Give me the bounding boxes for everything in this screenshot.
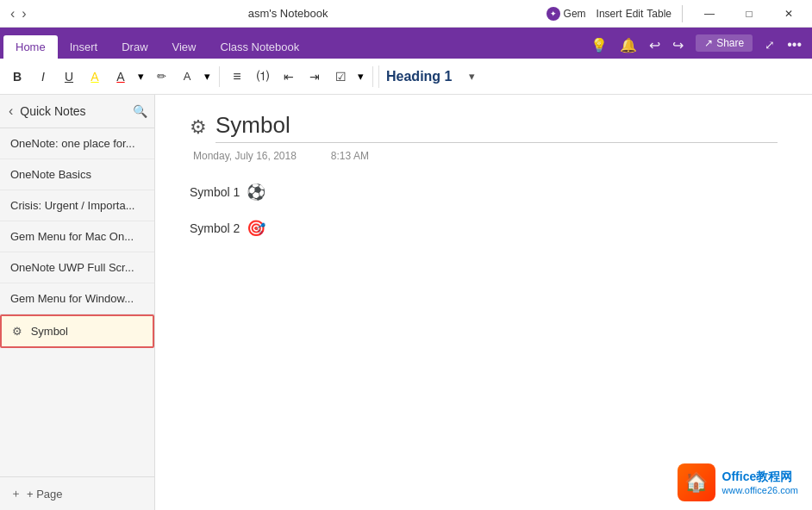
add-page-icon: ＋ <box>10 486 22 501</box>
tab-draw[interactable]: Draw <box>109 35 159 59</box>
page-time: 8:13 AM <box>331 150 369 162</box>
menu-insert[interactable]: Insert <box>597 8 622 20</box>
tab-view[interactable]: View <box>160 35 209 59</box>
app-title: asm's Notebook <box>37 7 540 20</box>
sidebar-item-symbol[interactable]: ⚙ Symbol <box>0 314 154 348</box>
gem-label[interactable]: Gem <box>564 8 586 20</box>
sidebar-item-gem-menu-mac[interactable]: Gem Menu for Mac On... <box>0 221 154 252</box>
undo-icon[interactable]: ↩ <box>649 37 660 53</box>
page-meta: Monday, July 16, 2018 8:13 AM <box>190 150 778 162</box>
decrease-indent-button[interactable]: ⇤ <box>277 65 301 89</box>
page-settings-icon: ⚙ <box>190 116 207 139</box>
format-toolbar: B I U A A ▾ ✏ A ▾ ≡ ⑴ ⇤ ⇥ ☑ ▾ Heading 1 … <box>0 59 812 95</box>
content-area: ⚙ Symbol Monday, July 16, 2018 8:13 AM S… <box>155 95 812 510</box>
more-icon[interactable]: ••• <box>787 37 802 53</box>
page-title-row: ⚙ Symbol <box>190 112 778 143</box>
page-date: Monday, July 16, 2018 <box>193 150 297 162</box>
eraser-button[interactable]: ✏ <box>149 65 173 89</box>
sidebar-back-button[interactable]: ‹ <box>7 102 15 121</box>
tab-home[interactable]: Home <box>3 35 58 59</box>
bullet-list-button[interactable]: ≡ <box>225 65 249 89</box>
heading-selector[interactable]: Heading 1 ▾ <box>378 65 482 88</box>
list-dropdown-arrow: ▾ <box>358 70 364 83</box>
page-title: Symbol <box>215 112 778 143</box>
watermark-url: www.office26.com <box>722 485 798 495</box>
separator-2 <box>372 66 373 87</box>
style-dropdown[interactable]: ▾ <box>201 68 214 84</box>
watermark-logo: 🏠 <box>678 463 715 501</box>
text-color-button[interactable]: A <box>109 65 133 89</box>
tab-insert[interactable]: Insert <box>58 35 110 59</box>
share-icon: ↗ <box>704 37 713 49</box>
checkbox-button[interactable]: ☑ <box>328 65 353 89</box>
expand-icon[interactable]: ⤢ <box>765 38 775 52</box>
content-line-symbol1: Symbol 1 ⚽ <box>190 183 778 202</box>
symbol1-label: Symbol 1 <box>190 185 240 199</box>
settings-icon: ⚙ <box>12 325 22 338</box>
redo-icon[interactable]: ↪ <box>672 37 684 53</box>
sidebar-header: ‹ Quick Notes 🔍 <box>0 95 154 128</box>
back-button[interactable]: ‹ <box>10 6 15 22</box>
bell-icon[interactable]: 🔔 <box>620 37 637 53</box>
menu-edit[interactable]: Edit <box>626 8 644 20</box>
numbered-list-button[interactable]: ⑴ <box>251 65 275 89</box>
share-button[interactable]: ↗ Share <box>696 34 753 52</box>
watermark-site: Office教程网 <box>722 470 798 485</box>
increase-indent-button[interactable]: ⇥ <box>303 65 327 89</box>
sidebar-title: Quick Notes <box>20 104 128 118</box>
ribbon-icon-group: 💡 🔔 ↩ ↪ ↗ Share ⤢ ••• <box>584 34 809 59</box>
nav-controls: ‹ › <box>0 6 37 22</box>
text-style-button[interactable]: A <box>175 65 199 89</box>
close-button[interactable]: ✕ <box>769 0 809 28</box>
dropdown-arrow: ▾ <box>138 70 144 83</box>
gem-menu-area: ✦ Gem Insert Edit Table <box>540 7 678 21</box>
color-dropdown[interactable]: ▾ <box>134 68 147 84</box>
main-layout: ‹ Quick Notes 🔍 OneNote: one place for..… <box>0 95 812 510</box>
share-label: Share <box>716 37 744 49</box>
sidebar-item-crisis-urgent[interactable]: Crisis: Urgent / Importa... <box>0 190 154 221</box>
ribbon-tabs: Home Insert Draw View Class Notebook 💡 🔔… <box>0 28 812 59</box>
gem-icon: ✦ <box>547 7 560 21</box>
sidebar: ‹ Quick Notes 🔍 OneNote: one place for..… <box>0 95 155 510</box>
menu-table[interactable]: Table <box>646 8 671 20</box>
watermark: 🏠 Office教程网 www.office26.com <box>678 463 798 501</box>
add-page-label: + Page <box>27 488 63 501</box>
content-line-symbol2: Symbol 2 🎯 <box>190 219 778 238</box>
maximize-button[interactable]: □ <box>729 0 769 28</box>
forward-button[interactable]: › <box>22 6 26 22</box>
sidebar-item-onenote-basics[interactable]: OneNote Basics <box>0 159 154 190</box>
sidebar-item-gem-menu-windows[interactable]: Gem Menu for Window... <box>0 283 154 314</box>
sidebar-items-list: OneNote: one place for... OneNote Basics… <box>0 128 154 476</box>
heading-dropdown-arrow: ▾ <box>469 70 475 83</box>
highlight-button[interactable]: A <box>83 65 107 89</box>
sidebar-item-onenote-uwp[interactable]: OneNote UWP Full Scr... <box>0 252 154 283</box>
symbol1-icon: ⚽ <box>247 183 265 202</box>
bold-button[interactable]: B <box>5 65 29 89</box>
sidebar-add-page[interactable]: ＋ + Page <box>0 476 154 510</box>
title-bar: ‹ › asm's Notebook ✦ Gem Insert Edit Tab… <box>0 0 812 28</box>
separator-1 <box>219 66 220 87</box>
watermark-icon: 🏠 <box>684 471 708 494</box>
lightbulb-icon[interactable]: 💡 <box>590 37 608 53</box>
italic-button[interactable]: I <box>31 65 55 89</box>
sidebar-item-onenote-one-place[interactable]: OneNote: one place for... <box>0 128 154 159</box>
sidebar-item-symbol-label: Symbol <box>31 325 68 338</box>
watermark-text-group: Office教程网 www.office26.com <box>722 470 798 495</box>
tab-class-notebook[interactable]: Class Notebook <box>209 35 312 59</box>
sidebar-search-icon[interactable]: 🔍 <box>133 104 147 118</box>
minimize-button[interactable]: — <box>690 0 729 28</box>
style-dropdown-arrow: ▾ <box>204 70 210 83</box>
list-dropdown[interactable]: ▾ <box>354 68 367 84</box>
separator <box>682 5 683 22</box>
symbol2-label: Symbol 2 <box>190 221 240 235</box>
window-controls: — □ ✕ <box>686 0 812 28</box>
underline-button[interactable]: U <box>57 65 81 89</box>
symbol2-icon: 🎯 <box>247 219 265 238</box>
heading-label: Heading 1 <box>386 69 465 84</box>
